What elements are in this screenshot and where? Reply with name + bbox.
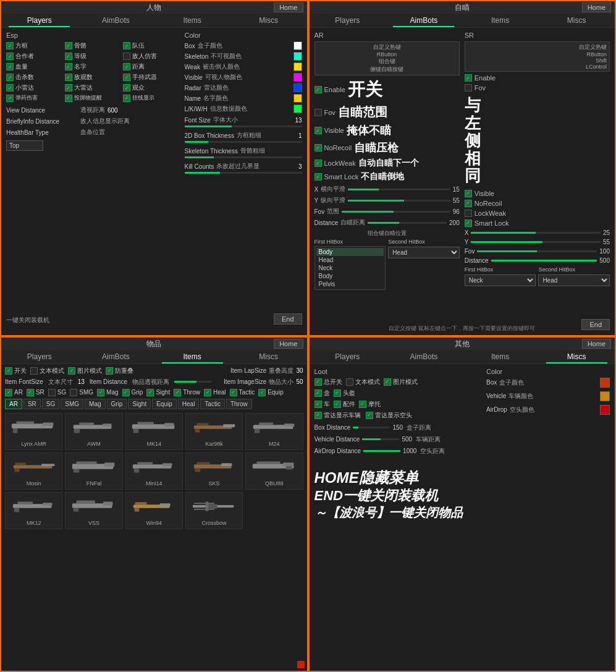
- cb-wuqi[interactable]: 手持武器: [123, 73, 180, 82]
- cb-duiwu-box[interactable]: [123, 42, 130, 49]
- cb-ar-box[interactable]: [5, 389, 12, 396]
- radar-vehicle-cb[interactable]: [314, 412, 322, 419]
- cb-sr-box[interactable]: [27, 389, 34, 396]
- weapon-mini14[interactable]: Mini14: [125, 453, 183, 490]
- panel3-home-btn[interactable]: Home: [274, 339, 303, 349]
- cb-guge-box[interactable]: [65, 42, 72, 49]
- loot-imgmode[interactable]: 图片模式: [384, 378, 418, 386]
- hitbox-neck-ar[interactable]: Neck: [316, 264, 384, 272]
- dist-ar-slider[interactable]: [368, 222, 447, 224]
- cb-juli[interactable]: 距离: [123, 62, 180, 71]
- miscs-color-box-picker[interactable]: [600, 378, 610, 388]
- weapon-mosin[interactable]: Mosin: [5, 453, 62, 490]
- loot-motorcycle-cb[interactable]: [359, 401, 366, 408]
- cb-direnfangharm[interactable]: 敌人仿害: [123, 52, 180, 61]
- cb-equip-box[interactable]: [258, 389, 266, 396]
- loot-textmode[interactable]: 文本模式: [346, 378, 380, 386]
- dist-sr-slider[interactable]: [491, 260, 597, 262]
- cb-hezuozhe-box[interactable]: [6, 53, 14, 60]
- loot-allswitch-cb[interactable]: [314, 378, 322, 386]
- fovrange-ar-slider[interactable]: [342, 211, 450, 213]
- cb-mingzi-box[interactable]: [65, 63, 72, 70]
- second-hitbox-select-ar[interactable]: Head: [388, 247, 460, 258]
- text-mode-cb[interactable]: [30, 367, 38, 375]
- tab-players-p1[interactable]: Players: [1, 14, 78, 27]
- tab-aimbots-p1[interactable]: AimBots: [78, 14, 154, 27]
- norecoil-ar-cb[interactable]: [314, 144, 322, 151]
- tab-aimbots-p2[interactable]: AimBots: [386, 14, 462, 27]
- cb-grip[interactable]: Grip: [122, 389, 143, 396]
- loot-part[interactable]: 配件: [334, 400, 355, 409]
- lockweak-sr-cb[interactable]: [465, 210, 472, 217]
- cb-grip-box[interactable]: [122, 389, 130, 396]
- loot-head[interactable]: 头盔: [334, 389, 355, 398]
- item-tab-equip[interactable]: Equip: [152, 399, 177, 409]
- hitbox-head-ar[interactable]: Head: [316, 256, 384, 264]
- cb-guanzhong[interactable]: 观众: [123, 83, 180, 92]
- killcount-slider[interactable]: [185, 172, 302, 174]
- switch-item[interactable]: 开关: [5, 367, 27, 375]
- cb-sight-box[interactable]: [146, 389, 154, 396]
- item-tab-grip[interactable]: Grip: [107, 399, 127, 409]
- hitbox-pelvis-ar[interactable]: Pelvis: [316, 280, 384, 288]
- cb-mingzi[interactable]: 名字: [65, 62, 122, 71]
- weight-item[interactable]: 防重叠: [106, 367, 133, 375]
- weapon-kar98k[interactable]: Kar98k: [185, 413, 243, 450]
- fovrange-sr-slider[interactable]: [477, 250, 597, 252]
- enable-ar-cb[interactable]: [314, 86, 322, 93]
- cb-touzhiwu[interactable]: 投掷物提醒: [65, 94, 122, 102]
- tab-items-p4[interactable]: Items: [462, 350, 539, 364]
- cb-guaxian-box[interactable]: [123, 95, 130, 102]
- y-sr-slider[interactable]: [471, 241, 600, 243]
- tab-players-p4[interactable]: Players: [310, 350, 386, 364]
- cb-tactic[interactable]: Tactic: [230, 389, 255, 396]
- cb-xiaoleida[interactable]: 小雷达: [6, 83, 63, 92]
- cb-juli-box[interactable]: [123, 63, 130, 70]
- cb-diguanshu-box[interactable]: [65, 74, 72, 81]
- tab-miscs-p4[interactable]: Miscs: [538, 350, 615, 364]
- cb-sg-box[interactable]: [48, 389, 56, 396]
- panel2-end-btn[interactable]: End: [581, 319, 610, 330]
- cb-throw-box[interactable]: [174, 389, 181, 396]
- item-tab-ar[interactable]: AR: [5, 399, 22, 409]
- cb-hezuozhe[interactable]: 合作者: [6, 52, 63, 61]
- cb-heal-box[interactable]: [204, 389, 211, 396]
- loot-car[interactable]: 车: [314, 400, 330, 409]
- cb-fangkuang[interactable]: 方框: [6, 41, 63, 50]
- dist-items-slider[interactable]: [174, 381, 211, 383]
- item-tab-smg[interactable]: SMG: [61, 399, 83, 409]
- miscs-color-airdrop-picker[interactable]: [600, 405, 610, 415]
- panel1-home-btn[interactable]: Home: [274, 2, 303, 12]
- cb-direnfangharm-box[interactable]: [123, 53, 130, 60]
- smartlock-sr-cb[interactable]: [465, 219, 472, 227]
- item-tab-sr[interactable]: SR: [23, 399, 41, 409]
- cb-heal[interactable]: Heal: [204, 389, 226, 396]
- visible-sr-cb[interactable]: [465, 190, 472, 197]
- boxthick-slider[interactable]: [185, 141, 302, 143]
- item-tab-mag[interactable]: Mag: [85, 399, 105, 409]
- tab-players-p3[interactable]: Players: [1, 350, 78, 364]
- loot-imgmode-cb[interactable]: [384, 378, 391, 386]
- loot-box-cb[interactable]: [314, 389, 322, 397]
- cb-wuqi-box[interactable]: [123, 74, 130, 81]
- cb-daoyao[interactable]: 弹药伤害: [6, 94, 63, 102]
- color-picker-radar[interactable]: [293, 83, 302, 92]
- loot-head-cb[interactable]: [334, 389, 341, 397]
- color-picker-skeleton[interactable]: [293, 52, 302, 61]
- item-tab-throw[interactable]: Throw: [226, 399, 252, 409]
- color-picker-visible[interactable]: [293, 73, 302, 82]
- weapon-sks[interactable]: SKS: [185, 453, 243, 490]
- first-hitbox-select-sr[interactable]: Neck: [465, 274, 536, 286]
- norecoil-sr-cb[interactable]: [465, 200, 472, 207]
- cb-xueliang[interactable]: 血量: [6, 62, 63, 71]
- item-tab-tactic[interactable]: Tactic: [200, 399, 225, 409]
- radar-vehicle[interactable]: 雷达显示车辆: [314, 411, 361, 420]
- fov-sr-cb[interactable]: [465, 84, 472, 91]
- loot-motorcycle[interactable]: 摩托: [359, 400, 381, 409]
- smartlock-ar-cb[interactable]: [314, 173, 322, 181]
- hitbox-body-ar[interactable]: Body: [316, 248, 384, 256]
- loot-car-cb[interactable]: [314, 401, 322, 408]
- cb-throw[interactable]: Throw: [174, 389, 200, 396]
- x-ar-slider[interactable]: [348, 189, 450, 190]
- lockweak-ar-cb[interactable]: [314, 159, 322, 167]
